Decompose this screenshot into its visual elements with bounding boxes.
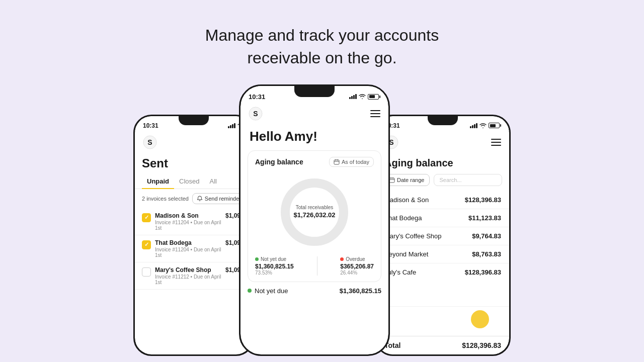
date-range-button[interactable]: Date range xyxy=(383,174,430,186)
invoice-name-2: Mary's Coffee Shop xyxy=(155,266,221,274)
legend-pct-overdue: 26.44% xyxy=(340,270,374,276)
nyd-text: Not yet due xyxy=(255,287,288,295)
legend-label-nyd: Not yet due xyxy=(261,256,286,262)
invoice-info-1: That Bodega Invoice #11204 • Due on Apri… xyxy=(155,239,221,258)
sent-title: Sent xyxy=(135,153,253,174)
checkbox-1[interactable] xyxy=(142,240,151,249)
client-name-0: Madison & Son xyxy=(384,196,429,204)
legend-row: Not yet due $1,360,825.15 73.53% Overdue… xyxy=(255,256,374,276)
tooltip-circle xyxy=(471,310,489,328)
nyd-value: $1,360,825.15 xyxy=(340,287,381,295)
greeting: Hello Amy! xyxy=(240,125,388,150)
red-dot xyxy=(340,257,344,261)
aging-balance-title: Aging balance xyxy=(255,158,303,166)
legend-dot-label-nyd: Not yet due xyxy=(255,256,294,262)
signal-center xyxy=(349,94,357,99)
legend-value-overdue: $365,206.87 xyxy=(340,263,374,270)
search-input[interactable]: Search... xyxy=(434,174,502,186)
client-amount-3: $8,763.83 xyxy=(472,250,501,258)
send-reminder-label: Send reminder xyxy=(205,196,241,202)
client-amount-0: $128,396.83 xyxy=(465,196,501,204)
time-center: 10:31 xyxy=(249,93,265,101)
client-list: Madison & Son $128,396.83 That Bodega $1… xyxy=(376,191,509,307)
app-header-center: S xyxy=(240,103,388,125)
invoice-info-0: Madison & Son Invoice #11204 • Due on Ap… xyxy=(155,212,221,231)
svg-rect-4 xyxy=(334,160,339,164)
notch-center xyxy=(294,86,335,97)
nyd-dot xyxy=(248,289,252,293)
invoice-list: Madison & Son Invoice #11204 • Due on Ap… xyxy=(135,208,253,290)
nyd-label: Not yet due xyxy=(248,287,288,295)
invoice-info-2: Mary's Coffee Shop Invoice #11212 • Due … xyxy=(155,266,221,285)
legend-sep xyxy=(317,256,317,276)
svg-rect-15 xyxy=(389,178,394,183)
legend-value-nyd: $1,360,825.15 xyxy=(255,263,294,270)
date-range-label: Date range xyxy=(397,177,424,183)
green-dot xyxy=(255,257,259,261)
checkbox-0[interactable] xyxy=(142,213,151,222)
selected-count: 2 invoices selected xyxy=(142,196,189,202)
headline: Manage and track your accounts receivabl… xyxy=(205,24,439,69)
tabs-row: Unpaid Closed All xyxy=(135,174,253,189)
calendar-icon xyxy=(334,159,340,165)
client-row-4: July's Cafe $128,396.83 xyxy=(376,263,509,307)
menu-button-center[interactable] xyxy=(370,110,380,117)
legend-dot-label-overdue: Overdue xyxy=(340,256,374,262)
client-name-1: That Bodega xyxy=(384,214,422,222)
battery-right xyxy=(489,123,501,128)
filter-row: Date range Search... xyxy=(376,174,509,191)
invoice-item-0: Madison & Son Invoice #11204 • Due on Ap… xyxy=(135,208,253,235)
signal-right xyxy=(470,123,477,128)
svg-text:S: S xyxy=(253,110,258,118)
invoice-sub-0: Invoice #11204 • Due on April 1st xyxy=(155,220,221,231)
tab-closed[interactable]: Closed xyxy=(174,174,204,189)
send-reminder-button[interactable]: Send reminder xyxy=(192,193,246,204)
nyd-row: Not yet due $1,360,825.15 xyxy=(240,282,388,298)
total-bar: Total $128,396.83 xyxy=(376,336,509,354)
phones-container: 10:31 S xyxy=(0,84,644,356)
invoice-item-2: Mary's Coffee Shop Invoice #11212 • Due … xyxy=(135,262,253,290)
tab-all[interactable]: All xyxy=(205,174,222,189)
client-name-2: Mary's Coffee Shop xyxy=(384,232,442,240)
headline-line2: receivable on the go. xyxy=(247,49,396,67)
total-value: $1,726,032.02 xyxy=(293,211,335,219)
notch-left xyxy=(179,116,209,125)
aging-balance-header: Aging balance As of today xyxy=(255,157,374,167)
status-icons-right xyxy=(470,123,501,128)
client-amount-4: $128,396.83 xyxy=(465,268,501,276)
donut-center: Total receivables $1,726,032.02 xyxy=(293,205,335,219)
client-row-1: That Bodega $11,123.83 xyxy=(376,209,509,227)
menu-button-right[interactable] xyxy=(491,139,501,146)
center-phone: 10:31 xyxy=(239,84,390,356)
wifi-right xyxy=(479,123,487,128)
client-amount-2: $9,764.83 xyxy=(472,232,501,240)
checkbox-2[interactable] xyxy=(142,267,151,277)
signal-left xyxy=(228,123,235,128)
invoice-name-0: Madison & Son xyxy=(155,212,221,219)
right-phone: 10:31 xyxy=(375,115,511,356)
app-header-right: S xyxy=(376,131,509,153)
aging-balance-card: Aging balance As of today xyxy=(248,150,381,282)
legend-label-overdue: Overdue xyxy=(346,256,365,262)
selected-bar: 2 invoices selected Send reminder xyxy=(135,189,253,208)
donut-chart: Total receivables $1,726,032.02 xyxy=(255,172,374,252)
invoice-name-1: That Bodega xyxy=(155,239,221,246)
legend-item-nyd: Not yet due $1,360,825.15 73.53% xyxy=(255,256,294,276)
date-badge[interactable]: As of today xyxy=(329,157,374,167)
status-icons-center xyxy=(349,94,380,100)
client-row-0: Madison & Son $128,396.83 xyxy=(376,191,509,209)
bell-icon xyxy=(197,196,203,202)
wifi-center xyxy=(359,94,366,99)
app-header-left: S xyxy=(135,131,253,153)
aging-balance-title-right: Aging balance xyxy=(376,153,509,174)
search-placeholder: Search... xyxy=(439,177,461,183)
date-label: As of today xyxy=(342,159,369,165)
notch-right xyxy=(428,116,458,125)
total-bar-value: $128,396.83 xyxy=(462,341,501,349)
svg-text:S: S xyxy=(147,138,152,146)
tab-unpaid[interactable]: Unpaid xyxy=(142,174,174,189)
client-name-3: Beyond Market xyxy=(384,250,428,258)
logo-left: S xyxy=(143,135,157,149)
time-left: 10:31 xyxy=(143,122,158,129)
client-amount-1: $11,123.83 xyxy=(468,214,501,222)
